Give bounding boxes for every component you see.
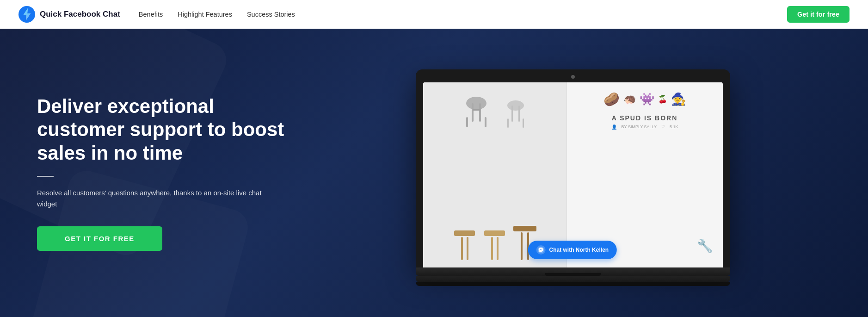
product-meta: 👤 BY SIMPLY SALLY ♡ 5.1K	[611, 124, 678, 130]
svg-rect-7	[466, 117, 468, 127]
stool-1	[454, 230, 475, 263]
chat-bubble-messenger-icon	[536, 245, 545, 255]
screen-right-panel: 🥔 🦔 👾 🍒 🧙 A SPUD IS BORN 👤	[567, 82, 723, 267]
chat-bubble-text: Chat with North Kellen	[549, 247, 609, 253]
swiss-knife-icon: 🔧	[697, 238, 713, 254]
laptop-base	[416, 267, 730, 276]
hero-right-mockup: 🥔 🦔 👾 🍒 🧙 A SPUD IS BORN 👤	[314, 60, 831, 286]
hero-headline: Deliver exceptional customer support to …	[37, 95, 296, 165]
nav-success-stories[interactable]: Success Stories	[247, 11, 295, 18]
nav-highlight-features[interactable]: Highlight Features	[178, 11, 232, 18]
hero-section: Deliver exceptional customer support to …	[0, 29, 868, 317]
char-captain-icon: 🥔	[603, 92, 620, 107]
svg-point-3	[466, 97, 486, 110]
chair-right-icon	[504, 96, 527, 129]
messenger-icon	[537, 247, 544, 253]
svg-rect-5	[479, 103, 481, 122]
product-by: BY SIMPLY SALLY	[622, 124, 657, 129]
navbar: Quick Facebook Chat Benefits Highlight F…	[0, 0, 868, 29]
svg-rect-12	[507, 118, 509, 128]
laptop-stand	[416, 276, 730, 282]
svg-rect-11	[518, 106, 520, 122]
person-icon: 👤	[611, 124, 617, 130]
svg-rect-8	[485, 117, 486, 127]
nav-links: Benefits Highlight Features Success Stor…	[139, 11, 787, 18]
brand-logo-icon	[18, 6, 35, 23]
heart-icon: ♡	[661, 124, 665, 129]
brand-name-text: Quick Facebook Chat	[40, 10, 120, 19]
laptop-screen: 🥔 🦔 👾 🍒 🧙 A SPUD IS BORN 👤	[423, 82, 723, 267]
chair-left-icon	[462, 92, 490, 129]
hero-subtext: Resolve all customers' questions anywher…	[37, 187, 277, 210]
svg-rect-13	[523, 118, 524, 128]
product-title: A SPUD IS BORN	[612, 114, 678, 122]
product-characters: 🥔 🦔 👾 🍒 🧙	[603, 92, 686, 107]
furniture-top	[462, 92, 527, 129]
char-hedgehog-icon: 🦔	[623, 93, 636, 105]
laptop-mockup: 🥔 🦔 👾 🍒 🧙 A SPUD IS BORN 👤	[416, 69, 730, 286]
svg-rect-6	[473, 109, 480, 111]
stool-2	[484, 230, 505, 263]
furniture-bottom	[454, 226, 535, 263]
hero-divider	[37, 176, 54, 177]
laptop-screen-outer: 🥔 🦔 👾 🍒 🧙 A SPUD IS BORN 👤	[416, 69, 730, 267]
hero-left-content: Deliver exceptional customer support to …	[37, 95, 314, 251]
screen-left-panel	[423, 82, 567, 267]
nav-benefits[interactable]: Benefits	[139, 11, 163, 18]
navbar-cta-button[interactable]: Get it for free	[787, 6, 850, 23]
chat-bubble[interactable]: Chat with North Kellen	[528, 241, 617, 259]
char-cherry-icon: 🍒	[658, 95, 667, 104]
char-yoda-icon: 🧙	[671, 92, 686, 106]
svg-rect-10	[511, 106, 513, 122]
hero-cta-button[interactable]: GET IT FOR FREE	[37, 226, 162, 251]
laptop-foot	[416, 282, 730, 286]
svg-rect-4	[472, 103, 474, 122]
svg-point-9	[507, 100, 524, 111]
laptop-camera	[571, 75, 575, 79]
char-minion-icon: 👾	[640, 92, 654, 106]
brand: Quick Facebook Chat	[18, 6, 120, 23]
product-likes: 5.1K	[670, 124, 678, 129]
